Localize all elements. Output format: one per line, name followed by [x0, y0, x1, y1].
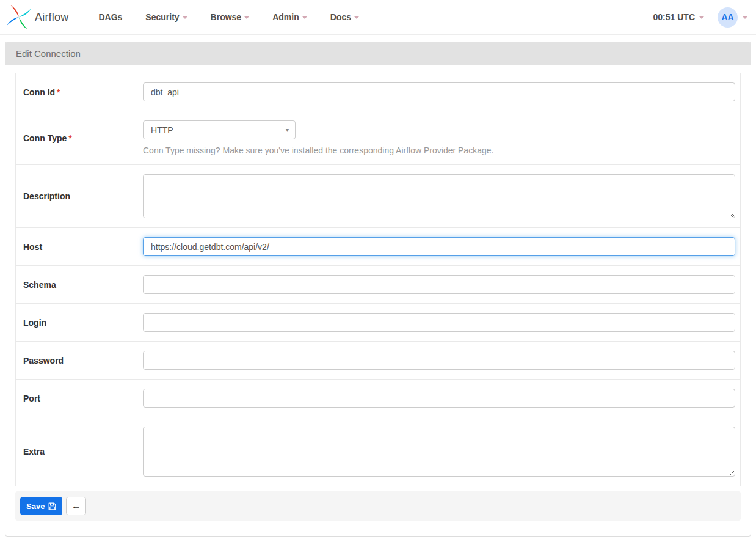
nav-item-security[interactable]: Security [134, 6, 198, 28]
field-row-conn-type: Conn Type* HTTP ▾ Conn Type missing? Mak… [16, 111, 740, 164]
nav-item-browse[interactable]: Browse [199, 6, 261, 28]
field-row-login: Login [16, 303, 740, 341]
field-label-port: Port [16, 394, 143, 403]
field-label-login: Login [16, 318, 143, 328]
navbar: Airflow DAGs Security Browse Admin Docs … [0, 0, 756, 35]
chevron-down-icon [302, 16, 307, 19]
nav-label-security: Security [145, 12, 179, 22]
conn-type-selected-value: HTTP [151, 125, 173, 135]
chevron-down-icon [183, 16, 187, 19]
conn-id-input[interactable] [143, 82, 735, 101]
form-actions-bar: Save ← [15, 491, 741, 521]
back-arrow-icon: ← [71, 501, 81, 512]
navbar-right: 00:51 UTC AA [653, 7, 747, 28]
field-row-conn-id: Conn Id* [16, 73, 740, 111]
user-menu[interactable]: AA [718, 7, 747, 28]
airflow-pinwheel-icon [6, 4, 32, 30]
login-input[interactable] [143, 313, 735, 332]
connection-form: Conn Id* Conn Type* HTTP ▾ Conn Type mis… [15, 73, 741, 486]
chevron-down-icon [244, 16, 249, 19]
field-label-description: Description [16, 191, 143, 201]
field-row-description: Description [16, 164, 740, 227]
brand-title: Airflow [35, 11, 68, 24]
nav-item-admin[interactable]: Admin [261, 6, 319, 28]
back-button[interactable]: ← [66, 497, 86, 515]
field-row-password: Password [16, 341, 740, 379]
clock-label: 00:51 UTC [653, 12, 695, 22]
field-label-extra: Extra [16, 447, 143, 457]
panel-body: Conn Id* Conn Type* HTTP ▾ Conn Type mis… [5, 65, 751, 521]
chevron-down-icon [354, 16, 359, 19]
page-title: Edit Connection [5, 42, 751, 65]
chevron-down-icon [699, 16, 704, 19]
field-label-schema: Schema [16, 280, 143, 290]
field-row-schema: Schema [16, 265, 740, 303]
save-button-label: Save [26, 502, 45, 511]
conn-type-select[interactable]: HTTP ▾ [143, 120, 296, 139]
select-caret-icon: ▾ [286, 127, 289, 133]
airflow-brand[interactable]: Airflow [6, 4, 68, 30]
save-button[interactable]: Save [20, 497, 62, 515]
port-input[interactable] [143, 389, 735, 408]
nav-item-docs[interactable]: Docs [319, 6, 371, 28]
nav-item-dags[interactable]: DAGs [87, 6, 134, 28]
description-textarea[interactable] [143, 174, 735, 218]
nav-label-browse: Browse [211, 12, 242, 22]
nav-label-dags: DAGs [98, 12, 122, 22]
field-label-conn-id: Conn Id* [16, 87, 143, 97]
field-row-port: Port [16, 379, 740, 417]
field-label-password: Password [16, 356, 143, 365]
conn-type-help-text: Conn Type missing? Make sure you've inst… [143, 145, 735, 155]
chevron-down-icon [743, 16, 747, 19]
nav-label-admin: Admin [272, 12, 299, 22]
edit-connection-panel: Edit Connection Conn Id* Conn Type* H [5, 42, 751, 537]
required-marker: * [57, 87, 60, 97]
host-input[interactable] [143, 237, 735, 256]
extra-textarea[interactable] [143, 427, 735, 477]
field-row-extra: Extra [16, 417, 740, 486]
avatar: AA [718, 7, 738, 28]
field-label-host: Host [16, 242, 143, 252]
schema-input[interactable] [143, 275, 735, 294]
field-label-conn-type: Conn Type* [16, 133, 143, 143]
save-floppy-icon [48, 502, 56, 510]
main-menu: DAGs Security Browse Admin Docs [87, 6, 371, 28]
field-row-host: Host [16, 227, 740, 265]
nav-label-docs: Docs [330, 12, 351, 22]
password-input[interactable] [143, 351, 735, 370]
timezone-selector[interactable]: 00:51 UTC [653, 12, 704, 22]
required-marker: * [68, 133, 71, 143]
